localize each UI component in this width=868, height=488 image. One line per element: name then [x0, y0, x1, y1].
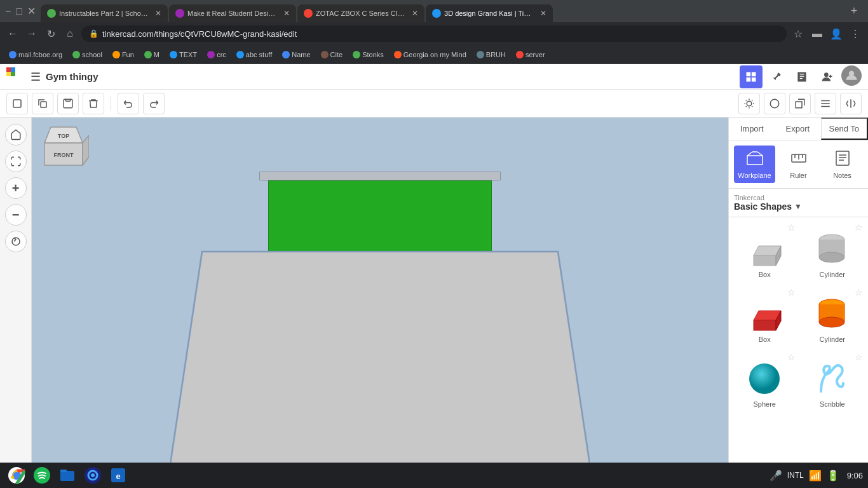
bookmark-item[interactable]: TEXT	[166, 50, 201, 60]
align-button[interactable]	[815, 93, 836, 114]
taskbar-spotify[interactable]	[31, 464, 53, 487]
bookmark-item[interactable]: crc	[203, 50, 230, 60]
favorite-star-icon[interactable]: ☆	[855, 287, 863, 297]
shapes-category-label: Basic Shapes	[734, 201, 792, 212]
add-user-button[interactable]	[816, 65, 839, 88]
shape-box-gray-label: Box	[759, 271, 771, 278]
svg-rect-24	[747, 156, 763, 165]
favorite-star-icon[interactable]: ☆	[855, 352, 863, 362]
profile-button[interactable]: 👤	[829, 26, 844, 41]
browser-tab[interactable]: Make it Real Student Design Cha ✕	[169, 4, 296, 22]
maximize-btn[interactable]: □	[16, 6, 22, 17]
grid-view-button[interactable]	[740, 65, 763, 88]
rotate-view-button[interactable]	[5, 231, 27, 252]
browser-tab[interactable]: Instructables Part 2 | Schoology ✕	[41, 4, 168, 22]
cube-front-label: FRONT	[54, 152, 74, 158]
extensions-button[interactable]: ▬	[810, 26, 825, 41]
3d-viewport[interactable]: TOP FRONT	[32, 118, 728, 488]
bookmark-item[interactable]: mail.fcboe.org	[5, 50, 66, 60]
minimize-btn[interactable]: −	[5, 6, 11, 17]
bookmark-item[interactable]: Fun	[109, 50, 138, 60]
favorite-star-icon[interactable]: ☆	[787, 287, 796, 297]
shape-scribble-label: Scribble	[820, 400, 845, 408]
svg-point-49	[819, 317, 844, 327]
bookmark-item[interactable]: abc stuff	[233, 50, 276, 60]
new-tab-button[interactable]: +	[845, 3, 863, 20]
shape-item-gray-cylinder[interactable]: ☆ Cylinder	[799, 220, 866, 283]
ruler-button[interactable]: Ruler	[778, 146, 819, 183]
tinkercad-logo	[6, 67, 25, 86]
view-cube[interactable]: TOP FRONT	[38, 124, 89, 175]
shape-item-teal-sphere[interactable]: ☆ Sphere	[731, 349, 798, 413]
back-button[interactable]: ←	[5, 26, 20, 41]
home-view-button[interactable]	[5, 124, 27, 146]
shapes-category-dropdown[interactable]: Basic Shapes ▼	[734, 201, 863, 212]
workplane-button[interactable]: Workplane	[734, 146, 775, 183]
svg-rect-10	[13, 100, 21, 107]
url-display[interactable]: tinkercad.com/things/cQtVRCU8wMC-grand-k…	[102, 29, 297, 39]
bookmark-item[interactable]: Name	[278, 50, 314, 60]
taskbar-chromebook[interactable]	[81, 464, 104, 487]
favorite-star-icon[interactable]: ☆	[787, 222, 796, 233]
close-btn[interactable]: ✕	[27, 5, 36, 17]
redo-button[interactable]	[143, 93, 165, 114]
reload-button[interactable]: ↻	[43, 26, 58, 41]
notes-button[interactable]: Notes	[822, 146, 863, 183]
bookmark-item[interactable]: BRUH	[473, 50, 510, 60]
design-title[interactable]: Gym thingy	[46, 71, 735, 82]
tab-bar: Instructables Part 2 | Schoology ✕ Make …	[41, 0, 845, 22]
bookmark-item[interactable]: M	[140, 50, 163, 60]
ruler-label: Ruler	[790, 172, 806, 179]
microphone-icon[interactable]: 🎤	[770, 469, 782, 482]
forward-button[interactable]: →	[24, 26, 39, 41]
shape-item-scribble[interactable]: ☆ Scribble	[799, 349, 866, 413]
book-button[interactable]	[790, 65, 813, 88]
svg-rect-2	[747, 77, 751, 81]
bookmark-item[interactable]: Cite	[317, 50, 347, 60]
browser-tab[interactable]: 3D design Grand Kasi | Tinkerca ✕	[426, 4, 553, 22]
new-button[interactable]	[6, 93, 28, 114]
security-icon: 🔒	[89, 29, 98, 38]
taskbar-edu[interactable]: e	[107, 464, 130, 487]
language-indicator: INTL	[787, 471, 804, 480]
zoom-in-button[interactable]: +	[5, 177, 27, 199]
bookmark-item[interactable]: Georgia on my Mind	[390, 50, 470, 60]
export-button[interactable]: Export	[775, 118, 820, 140]
paste-button[interactable]	[57, 93, 79, 114]
send-to-button[interactable]: Send To	[821, 118, 868, 140]
favorite-star-icon[interactable]: ☆	[855, 222, 863, 233]
taskbar-files[interactable]	[56, 464, 79, 487]
svg-rect-3	[752, 77, 756, 81]
shape-button[interactable]	[764, 93, 785, 114]
undo-button[interactable]	[118, 93, 139, 114]
favorite-star-icon[interactable]: ☆	[787, 352, 796, 362]
cube-button[interactable]	[789, 93, 811, 114]
copy-button[interactable]	[32, 93, 53, 114]
browser-tab[interactable]: ZOTAC ZBOX C Series CI325 na ✕	[297, 4, 424, 22]
taskbar-apps: e	[5, 464, 770, 487]
mirror-button[interactable]	[840, 93, 862, 114]
svg-point-8	[824, 72, 829, 77]
taskbar-chrome[interactable]	[5, 464, 28, 487]
bookmark-button[interactable]: ☆	[790, 26, 806, 41]
zoom-out-button[interactable]: −	[5, 204, 27, 226]
shape-item-red-box[interactable]: ☆ Box	[731, 285, 798, 348]
right-panel: Import Export Send To Workplane Ruler	[728, 118, 868, 488]
bookmark-item[interactable]: server	[512, 50, 549, 60]
shape-sphere-label: Sphere	[754, 400, 776, 408]
pickaxe-button[interactable]	[765, 65, 788, 88]
bookmark-item[interactable]: Stonks	[349, 50, 388, 60]
home-button[interactable]: ⌂	[62, 26, 78, 41]
bookmark-item[interactable]: school	[69, 50, 106, 60]
fit-view-button[interactable]	[5, 151, 27, 172]
hamburger-icon[interactable]: ☰	[31, 70, 41, 84]
shape-item-gray-box[interactable]: ☆ Box	[731, 220, 798, 283]
shape-item-orange-cylinder[interactable]: ☆ Cylinder	[799, 285, 866, 348]
wifi-icon[interactable]: 📶	[809, 469, 822, 482]
light-button[interactable]	[738, 93, 760, 114]
menu-button[interactable]: ⋮	[848, 26, 863, 41]
battery-icon[interactable]: 🔋	[827, 469, 839, 482]
avatar[interactable]	[841, 65, 862, 86]
delete-button[interactable]	[83, 93, 104, 114]
import-button[interactable]: Import	[729, 118, 775, 140]
